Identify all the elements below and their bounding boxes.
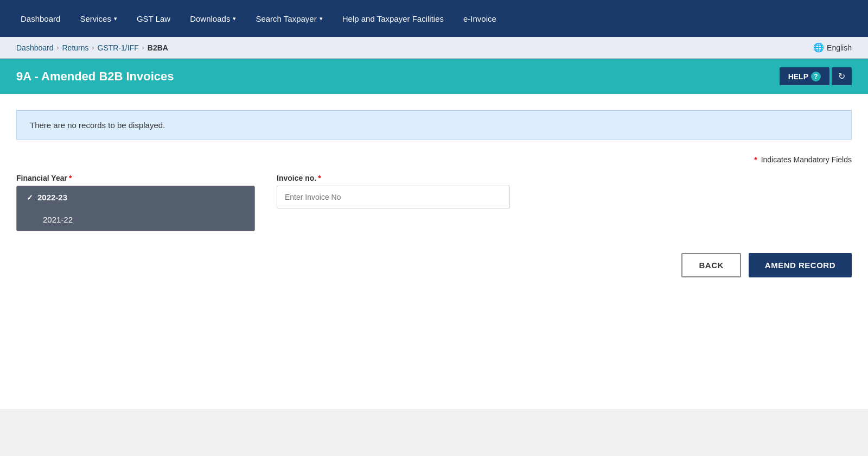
breadcrumb-returns[interactable]: Returns	[62, 43, 89, 52]
financial-year-options[interactable]: ✓ 2022-23 2021-22	[16, 186, 255, 231]
breadcrumb-sep-3: ›	[142, 44, 144, 52]
nav-dashboard[interactable]: Dashboard	[11, 0, 70, 37]
financial-year-option-2022-23[interactable]: ✓ 2022-23	[17, 186, 254, 208]
language-label: English	[827, 43, 852, 52]
no-records-message: There are no records to be displayed.	[30, 121, 165, 130]
breadcrumb-sep-1: ›	[57, 44, 59, 52]
refresh-button[interactable]: ↻	[832, 67, 852, 85]
nav-help[interactable]: Help and Taxpayer Facilities	[333, 0, 454, 37]
mandatory-note: * Indicates Mandatory Fields	[16, 155, 852, 164]
financial-year-group: Financial Year * ✓ 2022-23 2021-22	[16, 174, 255, 231]
main-content: There are no records to be displayed. * …	[0, 94, 868, 409]
financial-year-dropdown[interactable]: ✓ 2022-23 2021-22	[16, 186, 255, 231]
invoice-no-label: Invoice no. *	[277, 174, 510, 182]
invoice-no-input[interactable]	[277, 186, 510, 208]
amend-record-button[interactable]: AMEND RECORD	[749, 253, 852, 277]
financial-year-option-2021-22[interactable]: 2021-22	[17, 208, 254, 231]
back-button[interactable]: BACK	[681, 253, 741, 277]
mandatory-star: *	[754, 155, 757, 164]
nav-e-invoice[interactable]: e-Invoice	[454, 0, 506, 37]
breadcrumb-sep-2: ›	[92, 44, 94, 52]
navbar: Dashboard Services ▾ GST Law Downloads ▾…	[0, 0, 868, 37]
nav-downloads[interactable]: Downloads ▾	[180, 0, 246, 37]
financial-year-required-star: *	[69, 174, 72, 182]
checkmark-icon: ✓	[27, 193, 33, 202]
language-selector[interactable]: 🌐 English	[813, 42, 852, 53]
action-buttons: BACK AMEND RECORD	[16, 253, 852, 277]
search-taxpayer-dropdown-arrow: ▾	[320, 15, 323, 22]
invoice-no-group: Invoice no. *	[277, 174, 510, 208]
invoice-no-required-star: *	[318, 174, 321, 182]
breadcrumb-dashboard[interactable]: Dashboard	[16, 43, 54, 52]
help-circle-icon: ?	[811, 72, 821, 81]
breadcrumb-bar: Dashboard › Returns › GSTR-1/IFF › B2BA …	[0, 37, 868, 59]
section-title: 9A - Amended B2B Invoices	[16, 69, 174, 84]
financial-year-label: Financial Year *	[16, 174, 255, 182]
globe-icon: 🌐	[813, 42, 824, 53]
downloads-dropdown-arrow: ▾	[233, 15, 236, 22]
breadcrumb: Dashboard › Returns › GSTR-1/IFF › B2BA	[16, 43, 168, 52]
mandatory-text: Indicates Mandatory Fields	[761, 155, 852, 164]
help-button[interactable]: HELP ?	[780, 67, 829, 85]
breadcrumb-current: B2BA	[148, 43, 168, 52]
form-row: Financial Year * ✓ 2022-23 2021-22	[16, 174, 852, 231]
nav-services[interactable]: Services ▾	[70, 0, 127, 37]
nav-gst-law[interactable]: GST Law	[127, 0, 180, 37]
services-dropdown-arrow: ▾	[114, 15, 117, 22]
no-records-box: There are no records to be displayed.	[16, 110, 852, 140]
nav-search-taxpayer[interactable]: Search Taxpayer ▾	[246, 0, 332, 37]
header-actions: HELP ? ↻	[780, 67, 852, 85]
breadcrumb-gstr[interactable]: GSTR-1/IFF	[98, 43, 139, 52]
section-header: 9A - Amended B2B Invoices HELP ? ↻	[0, 59, 868, 94]
refresh-icon: ↻	[838, 72, 845, 81]
